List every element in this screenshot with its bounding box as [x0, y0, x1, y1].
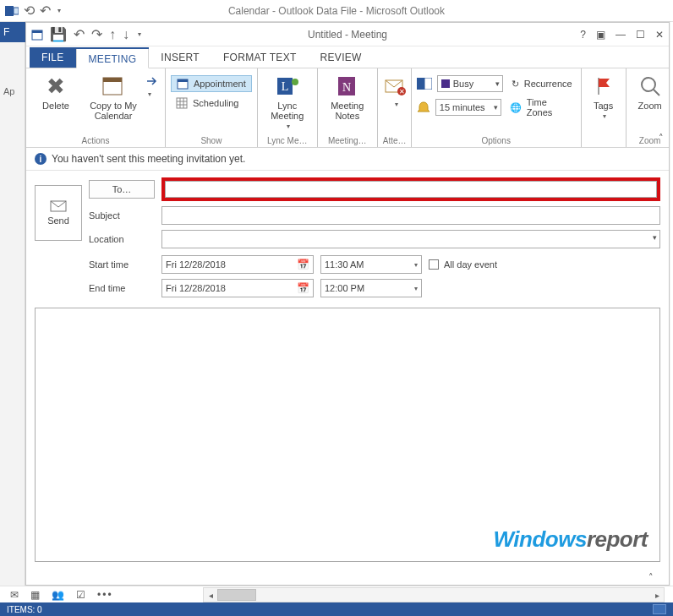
reminder-icon — [417, 101, 430, 114]
delete-label: Delete — [42, 101, 69, 111]
people-nav-icon[interactable]: 👥 — [52, 589, 64, 601]
ribbon-display-icon[interactable]: ▣ — [596, 29, 605, 41]
tags-label: Tags — [594, 101, 613, 111]
recurrence-button[interactable]: ↻ Recurrence — [508, 79, 576, 90]
svg-rect-5 — [103, 78, 122, 82]
chevron-down-icon[interactable]: ▾ — [414, 285, 418, 292]
ribbon-group-notes: N Meeting Notes Meeting… — [318, 68, 378, 147]
scroll-right-icon[interactable]: ▸ — [650, 591, 664, 600]
group-label-show: Show — [171, 136, 252, 145]
delete-button[interactable]: ✖ Delete — [31, 72, 80, 121]
next-item-icon[interactable]: ↓ — [123, 28, 129, 41]
reminder-value: 15 minutes — [440, 102, 485, 112]
tags-button[interactable]: Tags ▾ — [587, 72, 621, 120]
collapse-ribbon-icon[interactable]: ˄ — [659, 133, 664, 144]
undo-icon[interactable]: ↶ — [40, 4, 51, 18]
close-icon[interactable]: ✕ — [655, 29, 664, 41]
location-dropdown-icon[interactable]: ▾ — [653, 233, 657, 242]
scheduling-label: Scheduling — [193, 98, 238, 108]
more-nav-icon[interactable]: ••• — [97, 589, 113, 601]
maximize-icon[interactable]: ☐ — [636, 29, 645, 41]
tab-meeting[interactable]: MEETING — [76, 48, 150, 68]
ribbon-group-actions: ✖ Delete Copy to My Calendar ▾ Actions — [26, 68, 166, 147]
watermark: Windowsreport — [494, 526, 648, 553]
undo-icon[interactable]: ↶ — [74, 28, 85, 41]
watermark-part2: report — [587, 526, 648, 552]
time-zones-button[interactable]: 🌐 Time Zones — [506, 97, 576, 117]
chevron-down-icon[interactable]: ▾ — [414, 261, 418, 269]
recurrence-icon: ↻ — [512, 79, 519, 90]
lync-meeting-button[interactable]: L Lync Meeting ▾ — [263, 72, 312, 130]
appointment-icon — [177, 78, 189, 90]
outlook-icon — [5, 4, 19, 18]
to-button[interactable]: To… — [89, 180, 155, 199]
previous-item-icon[interactable]: ↑ — [109, 28, 116, 41]
calendar-icon[interactable]: 📅 — [297, 282, 309, 294]
redo-icon[interactable]: ↷ — [91, 28, 102, 41]
help-icon[interactable]: ? — [580, 29, 586, 41]
end-time-value: 12:00 PM — [325, 283, 364, 293]
parent-title-bar: ⟲ ↶ ▾ Calendar - Outlook Data File - Mic… — [0, 0, 673, 22]
forward-icon[interactable]: ▾ — [146, 75, 160, 99]
group-label-options: Options — [417, 136, 576, 145]
collapse-body-icon[interactable]: ˄ — [648, 572, 654, 583]
tab-insert[interactable]: INSERT — [149, 47, 211, 68]
time-zones-label: Time Zones — [527, 97, 572, 117]
save-icon[interactable]: 💾 — [50, 28, 67, 41]
start-time-input[interactable]: 11:30 AM ▾ — [320, 255, 422, 274]
envelope-x-icon: ✕ — [383, 74, 408, 99]
send-label: Send — [47, 215, 69, 226]
group-label-notes: Meeting… — [323, 136, 372, 145]
to-input[interactable] — [165, 181, 657, 198]
end-date-value: Fri 12/28/2018 — [166, 283, 226, 293]
scroll-left-icon[interactable]: ◂ — [204, 591, 217, 600]
svg-rect-0 — [5, 6, 14, 16]
meeting-header-form: Send To… Subject Location ▾ — [26, 171, 669, 252]
send-receive-icon[interactable]: ⟲ — [24, 4, 35, 18]
svg-rect-22 — [424, 78, 432, 90]
meeting-time-grid: Start time Fri 12/28/2018 📅 11:30 AM ▾ A… — [26, 252, 669, 304]
scheduling-button[interactable]: Scheduling — [171, 95, 252, 111]
copy-to-calendar-button[interactable]: Copy to My Calendar — [84, 72, 143, 121]
tab-file[interactable]: FILE — [30, 47, 76, 68]
recurrence-label: Recurrence — [524, 79, 572, 89]
show-as-combo[interactable]: Busy — [437, 75, 503, 92]
svg-rect-3 — [32, 30, 42, 33]
subject-input[interactable] — [161, 206, 660, 225]
cancel-invitation-button[interactable]: ✕ ▾ — [383, 72, 408, 108]
horizontal-scrollbar[interactable]: ◂ ▸ — [203, 587, 665, 602]
calendar-icon[interactable]: 📅 — [297, 259, 309, 270]
tab-format-text[interactable]: FORMAT TEXT — [211, 47, 309, 68]
meeting-notes-button[interactable]: N Meeting Notes — [323, 72, 372, 121]
lync-meeting-label: Lync Meeting — [263, 101, 312, 121]
end-time-input[interactable]: 12:00 PM ▾ — [320, 279, 422, 297]
send-button[interactable]: Send — [35, 185, 82, 241]
qat-dropdown-icon[interactable]: ▾ — [57, 7, 61, 14]
reminder-combo[interactable]: 15 minutes — [435, 99, 501, 116]
meeting-body-editor[interactable]: Windowsreport — [35, 308, 660, 562]
all-day-checkbox[interactable]: All day event — [429, 259, 660, 270]
status-right-box — [653, 604, 666, 614]
appointment-button[interactable]: Appointment — [171, 75, 252, 92]
scheduling-icon — [176, 97, 188, 109]
ribbon-group-attendees: ✕ ▾ Atte… — [378, 68, 412, 147]
ribbon-group-options: Busy ↻ Recurrence 15 minutes 🌐 — [412, 68, 582, 147]
mail-nav-icon[interactable]: ✉ — [10, 589, 19, 601]
parent-file-tab[interactable]: F — [0, 22, 25, 42]
svg-rect-7 — [178, 79, 188, 82]
calendar-nav-icon[interactable]: ▦ — [30, 589, 40, 601]
delete-icon: ✖ — [43, 74, 68, 99]
start-date-input[interactable]: Fri 12/28/2018 📅 — [161, 255, 314, 274]
lync-icon: L — [275, 74, 300, 99]
svg-point-24 — [642, 78, 655, 91]
calendar-icon — [31, 29, 43, 41]
scroll-thumb[interactable] — [217, 589, 256, 601]
tasks-nav-icon[interactable]: ☑ — [76, 589, 85, 601]
qat-customize-icon[interactable]: ▾ — [138, 30, 141, 38]
zoom-button[interactable]: Zoom — [632, 72, 669, 111]
minimize-icon[interactable]: — — [616, 29, 626, 41]
info-bar: i You haven't sent this meeting invitati… — [26, 148, 669, 171]
tab-review[interactable]: REVIEW — [309, 47, 374, 68]
end-date-input[interactable]: Fri 12/28/2018 📅 — [161, 279, 314, 297]
location-input[interactable] — [161, 230, 660, 248]
